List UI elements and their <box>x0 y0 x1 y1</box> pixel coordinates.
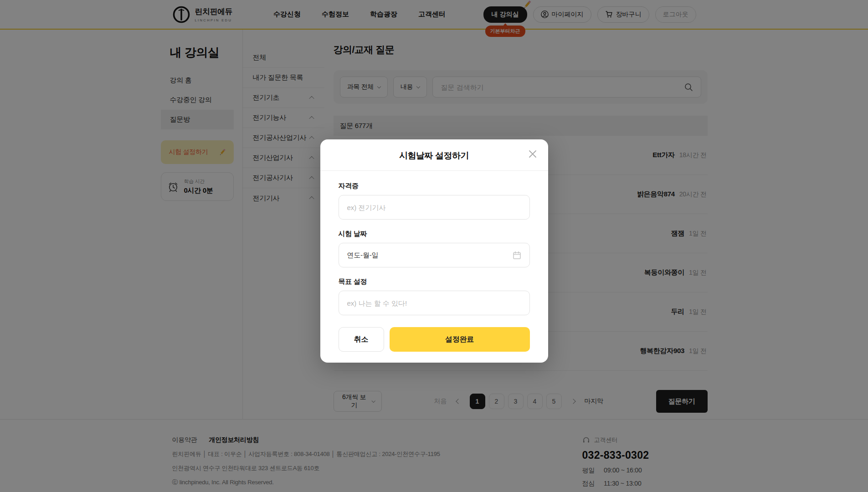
certificate-label: 자격증 <box>339 182 530 190</box>
cancel-button[interactable]: 취소 <box>339 327 384 352</box>
goal-input[interactable] <box>347 299 521 307</box>
close-icon[interactable] <box>526 148 539 160</box>
exam-date-input[interactable]: 연도-월-일 <box>339 243 530 267</box>
exam-date-value: 연도-월-일 <box>347 251 513 260</box>
page: 린치핀에듀 LINCHPIN EDU 수강신청 수험정보 학습광장 고객센터 내… <box>0 0 868 492</box>
certificate-input[interactable] <box>347 204 521 211</box>
exam-date-modal: 시험날짜 설정하기 자격증 시험 날짜 연도-월-일 목표 설정 <box>320 139 548 363</box>
goal-label: 목표 설정 <box>339 277 530 286</box>
modal-title: 시험날짜 설정하기 <box>320 150 548 162</box>
calendar-icon <box>513 251 521 260</box>
exam-date-label: 시험 날짜 <box>339 230 530 238</box>
submit-button[interactable]: 설정완료 <box>390 327 530 352</box>
